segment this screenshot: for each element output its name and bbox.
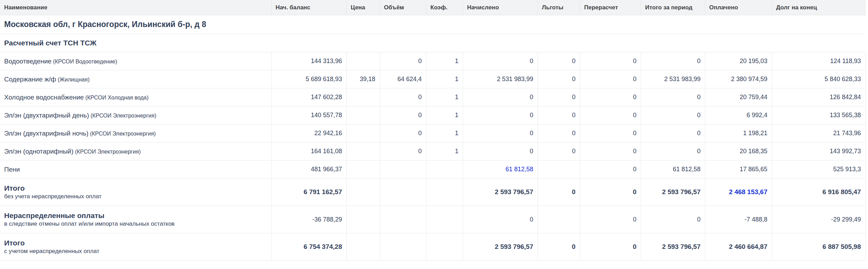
value-text: 133 565,38 [830, 112, 861, 119]
cell-benefits: 0 [538, 179, 580, 206]
value-text: 2 380 974,59 [731, 76, 767, 83]
value-text: 0 [572, 243, 576, 250]
value-text: 0 [697, 130, 700, 137]
cell-start-balance: 5 689 618,93 [271, 70, 346, 88]
service-provider-note: (КРСОИ Электроэнергия) [90, 113, 156, 119]
cell-paid: 6 992,4 [705, 106, 772, 124]
cell-name: Эл/эн (однотарифный) (КРСОИ Электроэнерг… [0, 142, 271, 160]
cell-period-total: 61 812,58 [641, 160, 705, 179]
cell-paid: 17 865,65 [705, 160, 772, 179]
value-text: 0 [530, 58, 533, 64]
value-text: 126 842,84 [830, 94, 861, 101]
summary-subtitle: в следствие отмены оплат и/или импорта н… [4, 221, 267, 227]
cell-recalculation: 0 [580, 233, 641, 261]
cell-end-debt: 21 743,96 [772, 124, 865, 142]
cell-period-total: 0 [641, 52, 705, 70]
value-text: 0 [633, 243, 637, 250]
value-text: 0 [697, 112, 700, 119]
cell-accrued: 0 [463, 88, 538, 106]
value-text: 0 [697, 148, 700, 155]
cell-recalculation: 0 [580, 142, 641, 160]
cell-volume: 0 [380, 88, 426, 106]
column-header-recalculation: Перерасчет [580, 0, 641, 15]
value-text: 525 913,3 [833, 166, 861, 173]
cell-accrued: 0 [463, 124, 538, 142]
cell-benefits: 0 [538, 70, 580, 88]
service-provider-note: (КРСОИ Электроэнергия) [90, 131, 156, 137]
value-text: 0 [572, 130, 575, 137]
cell-accrued: 2 531 983,99 [463, 70, 538, 88]
summary-row: Итогобез учета нераспределенных оплат6 7… [0, 179, 865, 206]
value-text: 143 992,73 [830, 148, 861, 155]
cell-end-debt: 6 916 805,47 [772, 179, 865, 206]
accrued-link[interactable]: 61 812,58 [505, 166, 533, 173]
value-text: 0 [418, 94, 422, 101]
cell-recalculation: 0 [580, 88, 641, 106]
cell-paid: 2 468 153,67 [705, 179, 772, 206]
cell-name: Итогос учетом нераспределенных оплат [0, 233, 271, 261]
value-text: 0 [530, 148, 533, 155]
cell-price [346, 52, 380, 70]
cell-volume [380, 206, 426, 233]
cell-recalculation: 0 [580, 206, 641, 233]
value-text: 2 593 796,57 [662, 243, 701, 250]
value-text: 0 [572, 112, 575, 119]
cell-start-balance: -36 788,29 [271, 206, 346, 233]
value-text: 124 118,93 [830, 58, 861, 64]
value-text: 0 [530, 216, 533, 223]
cell-accrued: 0 [463, 106, 538, 124]
service-row: Пени481 966,3761 812,58061 812,5817 865,… [0, 160, 865, 179]
value-text: 0 [572, 94, 575, 101]
value-text: 1 [455, 94, 458, 101]
cell-name: Нераспределенные оплатыв следствие отмен… [0, 206, 271, 233]
value-text: 17 865,65 [739, 166, 767, 173]
cell-price [346, 106, 380, 124]
value-text: 0 [633, 216, 636, 223]
cell-coef [426, 179, 463, 206]
service-name: Эл/эн (двухтарифный ночь) [4, 130, 88, 137]
cell-recalculation: 0 [580, 160, 641, 179]
cell-period-total: 0 [641, 106, 705, 124]
cell-coef: 1 [426, 142, 463, 160]
summary-row: Нераспределенные оплатыв следствие отмен… [0, 206, 865, 233]
value-text: 64 624,4 [397, 76, 422, 83]
value-text: 22 942,16 [314, 130, 342, 137]
cell-recalculation: 0 [580, 124, 641, 142]
value-text: 2 593 796,57 [495, 243, 533, 250]
value-text: 2 593 796,57 [662, 188, 701, 196]
value-text: 1 [455, 76, 458, 83]
cell-period-total: 0 [641, 142, 705, 160]
value-text: 0 [418, 148, 422, 155]
column-header-volume: Объём [380, 0, 426, 15]
service-name: Содержание ж/ф [4, 76, 56, 83]
value-text: 6 992,4 [746, 112, 767, 119]
cell-recalculation: 0 [580, 179, 641, 206]
cell-accrued: 61 812,58 [463, 160, 538, 179]
cell-volume: 64 624,4 [380, 70, 426, 88]
value-text: 0 [633, 188, 637, 196]
value-text: 20 168,35 [739, 148, 767, 155]
cell-period-total: 0 [641, 124, 705, 142]
value-text: 21 743,96 [833, 130, 861, 137]
cell-period-total: 2 593 796,57 [641, 179, 705, 206]
value-text: 0 [633, 130, 636, 137]
cell-paid: 1 198,21 [705, 124, 772, 142]
cell-paid: -7 488,8 [705, 206, 772, 233]
value-text: 61 812,58 [673, 166, 700, 173]
paid-link[interactable]: 2 468 153,67 [729, 188, 768, 196]
cell-paid: 2 380 974,59 [705, 70, 772, 88]
value-text: 147 602,28 [311, 94, 342, 101]
value-text: 39,18 [360, 76, 375, 83]
cell-volume: 0 [380, 52, 426, 70]
cell-benefits: 0 [538, 106, 580, 124]
summary-subtitle: без учета нераспределенных оплат [4, 193, 267, 200]
summary-subtitle: с учетом нераспределенных оплат [4, 248, 267, 255]
service-provider-note: (КРСОИ Холодная вода) [85, 95, 148, 101]
value-text: 0 [418, 130, 422, 137]
address-title: Московская обл, г Красногорск, Ильинский… [4, 20, 206, 29]
column-header-coef: Коэф. [426, 0, 463, 15]
column-header-end-debt: Долг на конец [772, 0, 865, 15]
service-row: Эл/эн (двухтарифный день) (КРСОИ Электро… [0, 106, 865, 124]
cell-price [346, 160, 380, 179]
cell-end-debt: -29 299,49 [772, 206, 865, 233]
